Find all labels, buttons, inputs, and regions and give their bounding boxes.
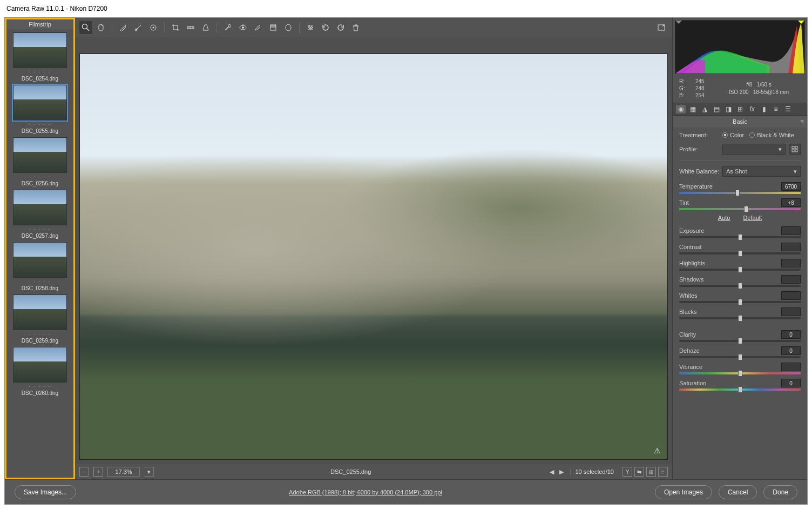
rotate-cw-icon[interactable] bbox=[334, 21, 347, 34]
slider-value-input[interactable]: 6700 bbox=[781, 182, 801, 191]
panel-menu-icon[interactable]: ≡ bbox=[801, 118, 804, 125]
hand-tool-icon[interactable] bbox=[94, 21, 107, 34]
cancel-button[interactable]: Cancel bbox=[719, 485, 757, 499]
slider-thumb[interactable] bbox=[738, 315, 742, 322]
tab-snapshots-icon[interactable]: ☰ bbox=[783, 105, 793, 113]
slider-value-input[interactable] bbox=[781, 363, 801, 371]
white-balance-tool-icon[interactable] bbox=[117, 21, 130, 34]
before-after-toggle-icon[interactable]: Y bbox=[622, 467, 632, 477]
slider-track[interactable] bbox=[679, 285, 801, 287]
tab-lens-corrections-icon[interactable]: ⊞ bbox=[735, 105, 745, 113]
tab-split-toning-icon[interactable]: ◨ bbox=[723, 105, 733, 113]
slider-track[interactable] bbox=[679, 389, 801, 391]
slider-thumb[interactable] bbox=[738, 338, 742, 344]
white-balance-label: White Balance: bbox=[679, 168, 722, 175]
swap-before-after-icon[interactable]: ⇆ bbox=[634, 467, 644, 477]
slider-value-input[interactable] bbox=[781, 243, 801, 251]
transform-tool-icon[interactable] bbox=[199, 21, 212, 34]
filmstrip-thumb[interactable]: · · · · ·DSC_0255.dng bbox=[11, 85, 69, 134]
filmstrip-thumb[interactable]: · · · · ·DSC_0257.dng bbox=[11, 190, 69, 239]
shadow-clipping-icon[interactable] bbox=[675, 21, 682, 27]
slider-track[interactable] bbox=[679, 269, 801, 271]
image-preview[interactable]: ⚠ bbox=[79, 53, 668, 460]
histogram[interactable] bbox=[675, 20, 805, 74]
fullscreen-toggle-icon[interactable] bbox=[655, 21, 668, 34]
open-images-button[interactable]: Open Images bbox=[655, 485, 712, 499]
slider-thumb[interactable] bbox=[738, 354, 742, 360]
default-button[interactable]: Default bbox=[743, 215, 762, 221]
prev-image-button[interactable]: ◀ bbox=[547, 467, 556, 476]
graduated-filter-tool-icon[interactable] bbox=[267, 21, 280, 34]
slider-value-input[interactable] bbox=[781, 275, 801, 284]
slider-value-input[interactable] bbox=[781, 291, 801, 300]
slider-thumb[interactable] bbox=[738, 234, 742, 240]
slider-value-input[interactable] bbox=[781, 226, 801, 235]
workflow-options-link[interactable]: Adobe RGB (1998); 8 bit; 6000 by 4000 (2… bbox=[289, 489, 442, 495]
slider-track[interactable] bbox=[679, 208, 801, 210]
slider-track[interactable] bbox=[679, 340, 801, 342]
tab-hsl-icon[interactable]: ▤ bbox=[712, 105, 721, 113]
slider-thumb[interactable] bbox=[738, 370, 742, 377]
treatment-bw-radio[interactable]: Black & White bbox=[749, 132, 794, 138]
slider-track[interactable] bbox=[679, 236, 801, 238]
filmstrip-thumb[interactable]: · · · · ·DSC_0259.dng bbox=[11, 294, 69, 344]
rotate-ccw-icon[interactable] bbox=[319, 21, 332, 34]
radial-filter-tool-icon[interactable] bbox=[282, 21, 295, 34]
slider-value-input[interactable] bbox=[781, 307, 801, 316]
clipping-warning-icon[interactable]: ⚠ bbox=[654, 446, 661, 455]
slider-track[interactable] bbox=[679, 372, 801, 374]
profile-browser-button[interactable] bbox=[789, 144, 801, 155]
slider-value-input[interactable] bbox=[781, 259, 801, 267]
filmstrip-thumb[interactable]: · · · · ·DSC_0254.dng bbox=[11, 32, 69, 82]
auto-button[interactable]: Auto bbox=[718, 215, 730, 221]
slider-thumb[interactable] bbox=[744, 206, 748, 212]
slider-thumb[interactable] bbox=[735, 190, 740, 196]
crop-tool-icon[interactable] bbox=[169, 21, 182, 34]
zoom-tool-icon[interactable] bbox=[79, 21, 92, 34]
tab-basic-icon[interactable]: ◉ bbox=[676, 105, 686, 113]
slider-value-input[interactable]: 0 bbox=[781, 379, 801, 387]
slider-value-input[interactable]: 0 bbox=[781, 346, 801, 355]
slider-thumb[interactable] bbox=[738, 386, 742, 393]
profile-dropdown[interactable]: ▾ bbox=[722, 144, 786, 155]
slider-value-input[interactable]: 0 bbox=[781, 330, 801, 339]
white-balance-dropdown[interactable]: As Shot▾ bbox=[722, 166, 801, 177]
tab-effects-icon[interactable]: fx bbox=[747, 105, 757, 113]
zoom-out-button[interactable]: − bbox=[79, 467, 89, 477]
tab-tone-curve-icon[interactable]: ▦ bbox=[688, 105, 698, 113]
tab-presets-icon[interactable]: ≡ bbox=[771, 105, 781, 113]
preferences-icon[interactable] bbox=[304, 21, 317, 34]
slider-track[interactable] bbox=[679, 356, 801, 358]
spot-removal-tool-icon[interactable] bbox=[221, 21, 234, 34]
slider-track[interactable] bbox=[679, 317, 801, 319]
done-button[interactable]: Done bbox=[763, 485, 797, 499]
view-mode-icon[interactable]: ≡ bbox=[658, 467, 668, 477]
slider-thumb[interactable] bbox=[738, 283, 742, 289]
copy-settings-icon[interactable]: ⊞ bbox=[646, 467, 656, 477]
slider-thumb[interactable] bbox=[738, 266, 742, 273]
slider-thumb[interactable] bbox=[738, 250, 742, 257]
tab-detail-icon[interactable]: ◮ bbox=[700, 105, 709, 113]
treatment-color-radio[interactable]: Color bbox=[722, 132, 744, 138]
slider-label: Clarity bbox=[679, 331, 696, 338]
adjustment-brush-tool-icon[interactable] bbox=[252, 21, 265, 34]
targeted-adjustment-tool-icon[interactable] bbox=[147, 21, 160, 34]
slider-track[interactable] bbox=[679, 192, 801, 194]
slider-value-input[interactable]: +8 bbox=[781, 198, 801, 207]
slider-track[interactable] bbox=[679, 252, 801, 254]
red-eye-tool-icon[interactable] bbox=[236, 21, 249, 34]
delete-icon[interactable] bbox=[349, 21, 362, 34]
straighten-tool-icon[interactable] bbox=[184, 21, 197, 34]
save-images-button[interactable]: Save Images... bbox=[15, 485, 76, 499]
highlight-clipping-icon[interactable] bbox=[798, 21, 804, 27]
slider-track[interactable] bbox=[679, 301, 801, 303]
filmstrip-thumb[interactable]: · · · · ·DSC_0256.dng bbox=[11, 137, 69, 186]
slider-thumb[interactable] bbox=[738, 299, 742, 305]
next-image-button[interactable]: ▶ bbox=[557, 467, 566, 476]
filmstrip-thumb[interactable]: · · · · ·DSC_0258.dng bbox=[11, 242, 69, 291]
color-sampler-tool-icon[interactable] bbox=[132, 21, 145, 34]
tab-calibration-icon[interactable]: ▮ bbox=[759, 105, 769, 113]
zoom-dropdown[interactable]: ▾ bbox=[144, 467, 154, 477]
zoom-in-button[interactable]: + bbox=[93, 467, 103, 477]
filmstrip-thumb[interactable]: · · · · ·DSC_0260.dng bbox=[11, 347, 69, 396]
